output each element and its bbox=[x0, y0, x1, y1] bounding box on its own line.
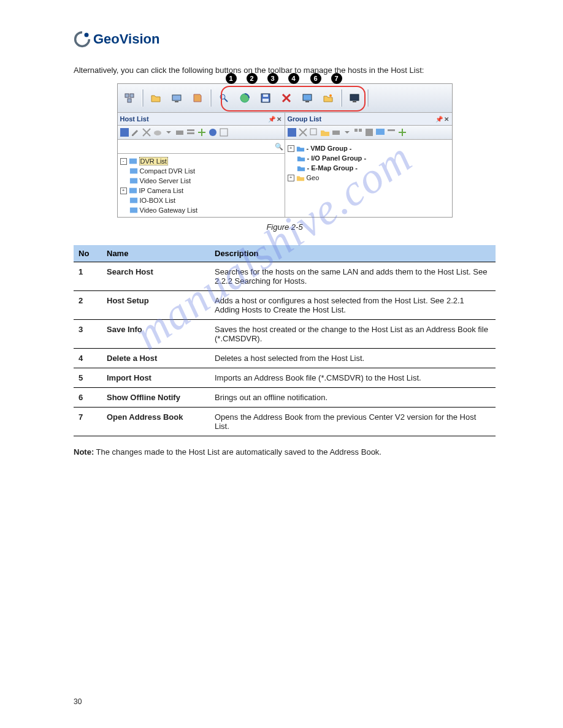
info-icon[interactable] bbox=[208, 127, 218, 137]
table-row: 6Show Offline NotifyBrings out an offlin… bbox=[74, 388, 496, 408]
svg-rect-35 bbox=[288, 128, 296, 137]
pin-icon[interactable]: 📌 ✕ bbox=[435, 116, 450, 123]
svg-rect-43 bbox=[376, 129, 385, 135]
svg-rect-27 bbox=[220, 129, 228, 136]
svg-rect-2 bbox=[130, 94, 134, 97]
svg-rect-25 bbox=[187, 132, 194, 134]
grid2-icon[interactable] bbox=[364, 127, 374, 137]
pin-icon[interactable]: 📌 ✕ bbox=[268, 116, 282, 123]
svg-point-22 bbox=[154, 131, 161, 135]
tree-item[interactable]: Video Server List bbox=[120, 176, 282, 186]
tree-item[interactable]: Compact DVR List bbox=[120, 166, 282, 176]
svg-rect-39 bbox=[332, 131, 340, 135]
svg-rect-23 bbox=[176, 131, 183, 135]
tree-item[interactable]: - I/O Panel Group - bbox=[288, 153, 450, 163]
svg-rect-19 bbox=[120, 128, 129, 137]
host-list-title: Host List bbox=[120, 115, 149, 123]
svg-rect-40 bbox=[354, 129, 358, 132]
callout-6: 6 bbox=[310, 73, 321, 84]
brand-geo: Geo bbox=[93, 31, 120, 47]
brand-logo: GeoVision bbox=[74, 31, 496, 48]
host-search-input[interactable] bbox=[119, 140, 275, 153]
svg-rect-32 bbox=[129, 198, 137, 203]
svg-rect-30 bbox=[129, 178, 137, 184]
group-list-panel: Group List 📌 ✕ bbox=[285, 113, 452, 217]
down-icon[interactable] bbox=[164, 127, 174, 137]
group-list-toolbar bbox=[285, 126, 452, 140]
table-row: 7Open Address BookOpens the Address Book… bbox=[74, 408, 496, 436]
logo-icon bbox=[74, 31, 91, 48]
svg-rect-38 bbox=[310, 129, 316, 135]
svg-rect-4 bbox=[172, 95, 181, 100]
tree-item[interactable]: - E-Map Group - bbox=[288, 163, 450, 173]
svg-rect-5 bbox=[175, 101, 178, 102]
book-icon[interactable] bbox=[188, 89, 207, 107]
main-toolbar: 1 2 3 4 6 7 bbox=[118, 84, 452, 112]
tree-item[interactable]: IO-BOX List bbox=[120, 195, 282, 205]
host-list-panel: Host List 📌 ✕ bbox=[118, 113, 285, 217]
brand-vision: Vision bbox=[120, 31, 160, 47]
svg-point-0 bbox=[85, 33, 89, 37]
svg-rect-3 bbox=[128, 99, 131, 102]
svg-rect-28 bbox=[129, 159, 136, 164]
table-row: 2Host SetupAdds a host or configures a h… bbox=[74, 291, 496, 320]
folder-open-icon[interactable] bbox=[147, 89, 165, 107]
callout-2: 2 bbox=[247, 73, 258, 84]
search-icon[interactable]: 🔍 bbox=[275, 143, 283, 151]
tree-icon[interactable] bbox=[120, 89, 139, 107]
camera-icon[interactable] bbox=[175, 127, 185, 137]
tree-item-dvr-list[interactable]: -DVR List bbox=[120, 156, 282, 166]
figure-caption: Figure 2-5 bbox=[74, 222, 496, 232]
add-icon[interactable] bbox=[397, 127, 407, 137]
edit-icon[interactable] bbox=[131, 127, 140, 137]
svg-rect-33 bbox=[129, 208, 137, 213]
list2-icon[interactable] bbox=[219, 127, 229, 137]
folder-icon[interactable] bbox=[320, 127, 330, 137]
down-icon[interactable] bbox=[342, 127, 352, 137]
monitor-server-icon[interactable] bbox=[167, 89, 186, 107]
svg-rect-42 bbox=[366, 129, 373, 136]
intro-paragraph: Alternatively, you can click the followi… bbox=[74, 65, 496, 76]
camera-icon[interactable] bbox=[331, 127, 341, 137]
monitor-icon[interactable] bbox=[375, 127, 385, 137]
svg-rect-41 bbox=[359, 129, 362, 132]
tree-item[interactable]: +- VMD Group - bbox=[288, 143, 450, 153]
table-row: 4Delete a HostDeletes a host selected fr… bbox=[74, 349, 496, 368]
delete-icon[interactable] bbox=[298, 127, 308, 137]
note: Note: The changes made to the Host List … bbox=[74, 447, 496, 457]
table-row: 3Save InfoSaves the host created or the … bbox=[74, 320, 496, 349]
description-table: No Name Description 1Search HostSearches… bbox=[74, 245, 496, 436]
list-icon[interactable] bbox=[386, 127, 396, 137]
screenshot-figure: 1 2 3 4 6 7 bbox=[117, 83, 453, 218]
callout-1: 1 bbox=[226, 73, 237, 84]
list-icon[interactable] bbox=[186, 127, 196, 137]
highlight-box bbox=[221, 86, 366, 112]
cloud-icon[interactable] bbox=[153, 127, 163, 137]
save-icon[interactable] bbox=[287, 127, 297, 137]
save-icon[interactable] bbox=[120, 127, 129, 137]
tree-item[interactable]: +Geo bbox=[288, 173, 450, 183]
th-no: No bbox=[74, 245, 102, 262]
grid-icon[interactable] bbox=[353, 127, 363, 137]
tree-item[interactable]: Host List by ID bbox=[120, 215, 282, 217]
callout-7: 7 bbox=[331, 73, 342, 84]
page-number: 30 bbox=[74, 697, 82, 706]
table-row: 1Search HostSearches for the hosts on th… bbox=[74, 262, 496, 291]
host-list-toolbar bbox=[118, 126, 285, 140]
table-row: 5Import HostImports an Address Book file… bbox=[74, 368, 496, 388]
svg-point-26 bbox=[209, 129, 216, 136]
svg-rect-31 bbox=[129, 188, 136, 194]
svg-rect-1 bbox=[125, 94, 129, 97]
copy-icon[interactable] bbox=[309, 127, 319, 137]
tree-item[interactable]: +IP Camera List bbox=[120, 186, 282, 195]
add-icon[interactable] bbox=[197, 127, 207, 137]
delete-icon[interactable] bbox=[142, 127, 151, 137]
group-tree: +- VMD Group - - I/O Panel Group - - E-M… bbox=[285, 140, 452, 217]
host-tree: -DVR List Compact DVR List Video Server … bbox=[118, 154, 285, 217]
tree-item[interactable]: Video Gateway List bbox=[120, 205, 282, 215]
svg-rect-44 bbox=[388, 129, 395, 131]
svg-rect-24 bbox=[187, 129, 194, 131]
host-search: 🔍 bbox=[118, 140, 285, 154]
svg-rect-29 bbox=[129, 169, 137, 174]
th-name: Name bbox=[102, 245, 210, 262]
